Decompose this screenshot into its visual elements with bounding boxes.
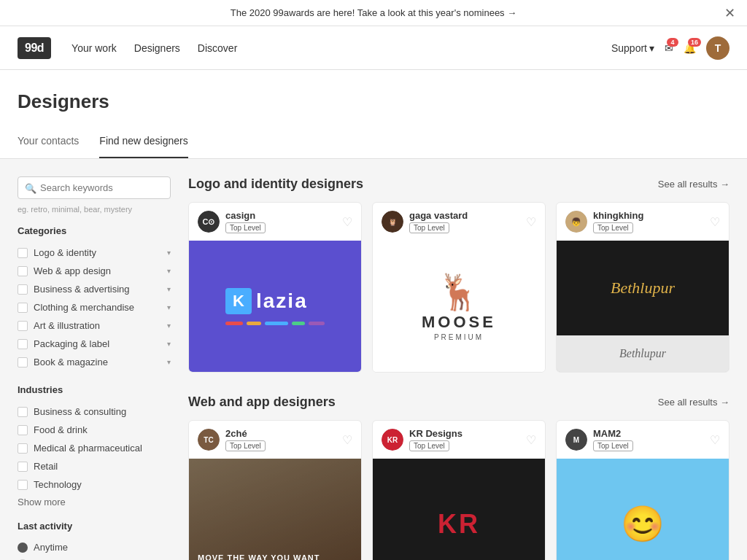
khing-script1: Bethlupur — [611, 279, 675, 298]
chevron-down-icon: ▾ — [649, 42, 654, 54]
tabs-bar: Your contacts Find new designers — [0, 125, 747, 159]
nav-your-work[interactable]: Your work — [71, 42, 117, 54]
industry-business-consulting[interactable]: Business & consulting — [18, 402, 171, 421]
khing-header: 👦 khingkhing Top Level ♡ — [557, 203, 729, 241]
mam2-heart-icon[interactable]: ♡ — [710, 433, 720, 447]
radio-anytime[interactable] — [18, 542, 28, 553]
checkbox-business-consulting[interactable] — [18, 407, 28, 417]
nav-designers[interactable]: Designers — [134, 42, 180, 54]
kr-heart-icon[interactable]: ♡ — [526, 433, 536, 447]
filter-label-business-advertising: Business & advertising — [34, 284, 130, 295]
user-avatar[interactable]: T — [706, 36, 729, 60]
khing-card-image: Bethlupur Bethlupur — [557, 241, 729, 372]
webapp-see-all-link[interactable]: See all results → — [658, 397, 729, 408]
mam2-card-image: 😊 — [557, 459, 729, 560]
industry-technology[interactable]: Technology — [18, 475, 171, 494]
tache-avatar: TC — [198, 429, 220, 451]
filter-book[interactable]: Book & magazine ▾ — [18, 353, 171, 371]
industries-title: Industries — [18, 384, 171, 395]
gaga-card-image: 🦌 MOOSE PREMIUM — [373, 241, 545, 372]
mail-button[interactable]: ✉ 4 — [665, 42, 673, 54]
checkbox-book[interactable] — [18, 357, 28, 368]
bar-3 — [265, 322, 288, 325]
logo-see-all-link[interactable]: See all results → — [658, 179, 729, 190]
logo-section-title: Logo and identity designers — [188, 176, 363, 192]
casign-name: casign — [225, 210, 266, 221]
tache-name-wrap: 2ché Top Level — [225, 428, 266, 451]
page-title: Designers — [18, 70, 729, 125]
categories-title: Categories — [18, 225, 171, 236]
tache-content: MOVE THE WAY YOU WANT Explore — [189, 545, 329, 560]
moose-subtitle: PREMIUM — [422, 333, 496, 341]
main-layout: 🔍 eg. retro, minimal, bear, mystery Cate… — [18, 159, 729, 560]
industry-food-drink[interactable]: Food & drink — [18, 421, 171, 439]
checkbox-web-app[interactable] — [18, 266, 28, 276]
notifications-badge: 16 — [688, 38, 701, 47]
kr-name-wrap: KR Designs Top Level — [409, 428, 462, 451]
khing-top-design: Bethlupur — [557, 241, 729, 335]
mam2-info: M MAM2 Top Level — [565, 428, 633, 451]
filter-packaging[interactable]: Packaging & label ▾ — [18, 335, 171, 353]
gaga-avatar-inner: 🦉 — [382, 211, 403, 233]
klazia-k-icon: K — [225, 288, 252, 314]
designer-card-casign: C⊙ casign Top Level ♡ — [188, 202, 362, 373]
nav-discover[interactable]: Discover — [198, 42, 237, 54]
casign-heart-icon[interactable]: ♡ — [342, 215, 352, 229]
checkbox-business-advertising[interactable] — [18, 284, 28, 295]
mam2-name: MAM2 — [593, 428, 633, 439]
filter-label-book: Book & magazine — [34, 357, 108, 368]
kr-avatar-inner: KR — [382, 429, 403, 451]
designer-card-kr: KR KR Designs Top Level ♡ KR — [372, 420, 546, 560]
main-container: 🔍 eg. retro, minimal, bear, mystery Cate… — [0, 159, 747, 560]
khing-script2: Bethlupur — [619, 347, 666, 360]
filter-art[interactable]: Art & illustration ▾ — [18, 316, 171, 335]
tache-heart-icon[interactable]: ♡ — [342, 433, 352, 447]
bar-1 — [225, 322, 243, 325]
logo-designers-grid: C⊙ casign Top Level ♡ — [188, 202, 729, 373]
webapp-section-header: Web and app designers See all results → — [188, 394, 729, 410]
khing-info: 👦 khingkhing Top Level — [565, 210, 643, 233]
chevron-packaging-icon: ▾ — [167, 340, 171, 348]
industry-retail[interactable]: Retail — [18, 457, 171, 475]
main-content: Logo and identity designers See all resu… — [188, 176, 729, 560]
gaga-heart-icon[interactable]: ♡ — [526, 215, 536, 229]
khing-badge: Top Level — [593, 222, 633, 233]
tab-your-contacts[interactable]: Your contacts — [18, 125, 79, 158]
checkbox-medical[interactable] — [18, 443, 28, 454]
checkbox-art[interactable] — [18, 321, 28, 331]
search-input[interactable] — [18, 176, 171, 199]
activity-anytime[interactable]: Anytime — [18, 539, 171, 556]
checkbox-clothing[interactable] — [18, 303, 28, 313]
gaga-name: gaga vastard — [409, 210, 468, 221]
casign-avatar-inner: C⊙ — [198, 211, 220, 233]
klazia-logo: K lazia — [225, 288, 325, 325]
filter-logo-identity[interactable]: Logo & identity ▾ — [18, 244, 171, 262]
mam2-illustration: 😊 — [621, 504, 665, 545]
checkbox-packaging[interactable] — [18, 339, 28, 349]
filter-web-app[interactable]: Web & app design ▾ — [18, 262, 171, 280]
sidebar: 🔍 eg. retro, minimal, bear, mystery Cate… — [18, 176, 171, 560]
notifications-button[interactable]: 🔔 16 — [684, 42, 696, 54]
designer-card-tache: TC 2ché Top Level ♡ — [188, 420, 362, 560]
checkbox-logo-identity[interactable] — [18, 248, 28, 258]
casign-header: C⊙ casign Top Level ♡ — [189, 203, 361, 241]
support-button[interactable]: Support ▾ — [611, 42, 654, 54]
bar-5 — [309, 322, 325, 325]
checkbox-retail[interactable] — [18, 462, 28, 472]
banner-close-button[interactable]: ✕ — [724, 5, 735, 21]
klazia-text: lazia — [256, 289, 308, 313]
tab-find-designers[interactable]: Find new designers — [99, 125, 187, 158]
industry-medical[interactable]: Medical & pharmaceutical — [18, 439, 171, 457]
gaga-badge: Top Level — [409, 222, 449, 233]
checkbox-technology[interactable] — [18, 480, 28, 490]
filter-business-advertising[interactable]: Business & advertising ▾ — [18, 280, 171, 298]
logo[interactable]: 99d — [18, 37, 51, 59]
filter-clothing[interactable]: Clothing & merchandise ▾ — [18, 298, 171, 316]
logo-section-header: Logo and identity designers See all resu… — [188, 176, 729, 192]
activity-online-now[interactable]: Online now — [18, 556, 171, 560]
moose-text: MOOSE — [422, 313, 496, 332]
khing-heart-icon[interactable]: ♡ — [710, 215, 720, 229]
show-more-button[interactable]: Show more — [18, 497, 171, 508]
casign-badge: Top Level — [225, 222, 266, 233]
checkbox-food-drink[interactable] — [18, 425, 28, 435]
